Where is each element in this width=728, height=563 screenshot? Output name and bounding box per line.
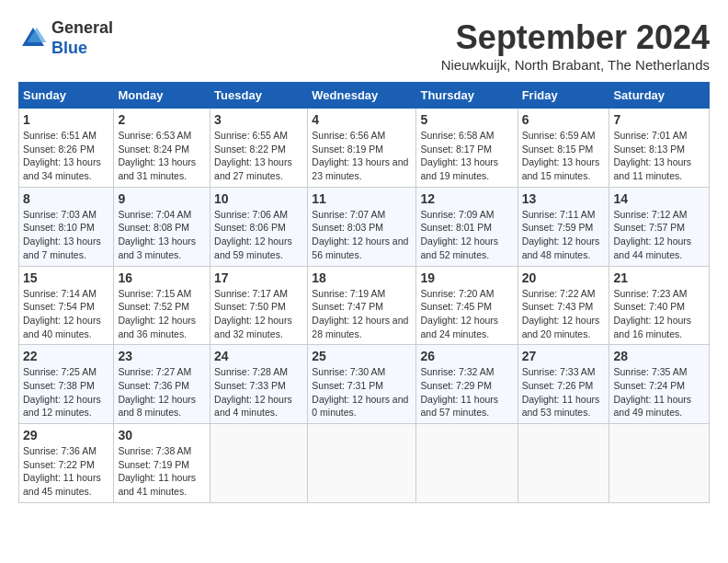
daylight-label: Daylight: 12 hours and 20 minutes. xyxy=(522,315,600,339)
day-number: 1 xyxy=(23,112,109,127)
calendar-day-cell xyxy=(210,424,308,503)
weekday-header-cell: Friday xyxy=(518,83,609,109)
day-info: Sunrise: 7:09 AM Sunset: 8:01 PM Dayligh… xyxy=(420,208,513,262)
calendar-day-cell: 28 Sunrise: 7:35 AM Sunset: 7:24 PM Dayl… xyxy=(609,345,710,424)
day-number: 27 xyxy=(522,349,606,363)
sunset-label: Sunset: 8:17 PM xyxy=(420,144,492,155)
calendar-day-cell: 15 Sunrise: 7:14 AM Sunset: 7:54 PM Dayl… xyxy=(19,266,114,345)
sunset-label: Sunset: 7:31 PM xyxy=(312,380,383,391)
calendar-day-cell: 16 Sunrise: 7:15 AM Sunset: 7:52 PM Dayl… xyxy=(114,266,210,345)
day-number: 6 xyxy=(522,112,606,127)
day-number: 12 xyxy=(420,191,513,206)
daylight-label: Daylight: 11 hours and 53 minutes. xyxy=(522,394,600,419)
sunrise-label: Sunrise: 7:23 AM xyxy=(613,288,687,299)
calendar-week-row: 15 Sunrise: 7:14 AM Sunset: 7:54 PM Dayl… xyxy=(19,266,710,345)
day-number: 7 xyxy=(613,112,705,127)
sunrise-label: Sunrise: 7:19 AM xyxy=(312,288,385,299)
sunrise-label: Sunrise: 6:55 AM xyxy=(214,130,288,141)
daylight-label: Daylight: 13 hours and 27 minutes. xyxy=(214,156,292,181)
weekday-header-cell: Sunday xyxy=(19,83,114,109)
day-info: Sunrise: 7:01 AM Sunset: 8:13 PM Dayligh… xyxy=(613,129,705,183)
day-number: 29 xyxy=(23,428,109,442)
day-number: 19 xyxy=(420,270,513,285)
day-info: Sunrise: 7:23 AM Sunset: 7:40 PM Dayligh… xyxy=(613,287,705,341)
daylight-label: Daylight: 11 hours and 49 minutes. xyxy=(613,394,691,419)
sunrise-label: Sunrise: 7:36 AM xyxy=(23,445,97,456)
daylight-label: Daylight: 12 hours and 0 minutes. xyxy=(312,394,408,419)
sunrise-label: Sunrise: 7:22 AM xyxy=(522,288,596,299)
sunset-label: Sunset: 7:54 PM xyxy=(23,301,95,312)
calendar-day-cell: 25 Sunrise: 7:30 AM Sunset: 7:31 PM Dayl… xyxy=(308,345,416,424)
day-number: 28 xyxy=(613,349,705,363)
calendar-day-cell: 12 Sunrise: 7:09 AM Sunset: 8:01 PM Dayl… xyxy=(416,187,518,266)
day-info: Sunrise: 7:28 AM Sunset: 7:33 PM Dayligh… xyxy=(214,365,303,419)
day-number: 4 xyxy=(312,112,412,127)
day-number: 13 xyxy=(522,191,606,206)
calendar-week-row: 22 Sunrise: 7:25 AM Sunset: 7:38 PM Dayl… xyxy=(19,345,710,424)
sunset-label: Sunset: 8:26 PM xyxy=(23,144,95,155)
daylight-label: Daylight: 13 hours and 34 minutes. xyxy=(23,156,101,181)
day-number: 16 xyxy=(118,270,206,285)
daylight-label: Daylight: 12 hours and 59 minutes. xyxy=(214,236,292,260)
calendar-day-cell: 24 Sunrise: 7:28 AM Sunset: 7:33 PM Dayl… xyxy=(210,345,308,424)
weekday-header-cell: Tuesday xyxy=(210,83,308,109)
sunset-label: Sunset: 7:26 PM xyxy=(522,380,594,391)
weekday-header-cell: Saturday xyxy=(609,83,710,109)
calendar-day-cell xyxy=(416,424,518,503)
calendar-day-cell: 26 Sunrise: 7:32 AM Sunset: 7:29 PM Dayl… xyxy=(416,345,518,424)
day-number: 14 xyxy=(613,191,705,206)
calendar-table: SundayMondayTuesdayWednesdayThursdayFrid… xyxy=(18,82,710,503)
calendar-day-cell: 21 Sunrise: 7:23 AM Sunset: 7:40 PM Dayl… xyxy=(609,266,710,345)
sunrise-label: Sunrise: 7:38 AM xyxy=(118,445,191,456)
calendar-day-cell: 23 Sunrise: 7:27 AM Sunset: 7:36 PM Dayl… xyxy=(114,345,210,424)
sunrise-label: Sunrise: 7:17 AM xyxy=(214,288,288,299)
day-number: 25 xyxy=(312,349,412,363)
daylight-label: Daylight: 13 hours and 7 minutes. xyxy=(23,236,101,260)
calendar-day-cell xyxy=(308,424,416,503)
day-number: 30 xyxy=(118,428,206,442)
sunset-label: Sunset: 8:13 PM xyxy=(613,144,685,155)
day-number: 17 xyxy=(214,270,303,285)
title-block: September 2024 Nieuwkuijk, North Brabant… xyxy=(441,18,710,73)
calendar-day-cell: 29 Sunrise: 7:36 AM Sunset: 7:22 PM Dayl… xyxy=(19,424,114,503)
sunrise-label: Sunrise: 7:14 AM xyxy=(23,288,97,299)
day-number: 8 xyxy=(23,191,109,206)
sunrise-label: Sunrise: 6:58 AM xyxy=(420,130,494,141)
day-number: 2 xyxy=(118,112,206,127)
sunrise-label: Sunrise: 7:25 AM xyxy=(23,366,97,377)
sunrise-label: Sunrise: 7:07 AM xyxy=(312,209,385,220)
weekday-header-row: SundayMondayTuesdayWednesdayThursdayFrid… xyxy=(19,83,710,109)
day-info: Sunrise: 6:58 AM Sunset: 8:17 PM Dayligh… xyxy=(420,129,513,183)
daylight-label: Daylight: 11 hours and 57 minutes. xyxy=(420,394,498,419)
calendar-day-cell: 17 Sunrise: 7:17 AM Sunset: 7:50 PM Dayl… xyxy=(210,266,308,345)
daylight-label: Daylight: 13 hours and 15 minutes. xyxy=(522,156,600,181)
sunset-label: Sunset: 8:08 PM xyxy=(118,222,189,233)
weekday-header-cell: Monday xyxy=(114,83,210,109)
day-number: 10 xyxy=(214,191,303,206)
daylight-label: Daylight: 12 hours and 8 minutes. xyxy=(118,394,196,419)
day-info: Sunrise: 7:22 AM Sunset: 7:43 PM Dayligh… xyxy=(522,287,606,341)
daylight-label: Daylight: 13 hours and 31 minutes. xyxy=(118,156,196,181)
calendar-day-cell: 1 Sunrise: 6:51 AM Sunset: 8:26 PM Dayli… xyxy=(19,109,114,188)
day-info: Sunrise: 6:56 AM Sunset: 8:19 PM Dayligh… xyxy=(312,129,412,183)
day-info: Sunrise: 7:14 AM Sunset: 7:54 PM Dayligh… xyxy=(23,287,109,341)
daylight-label: Daylight: 12 hours and 44 minutes. xyxy=(613,236,691,260)
sunrise-label: Sunrise: 7:04 AM xyxy=(118,209,191,220)
calendar-day-cell: 22 Sunrise: 7:25 AM Sunset: 7:38 PM Dayl… xyxy=(19,345,114,424)
day-number: 15 xyxy=(23,270,109,285)
sunset-label: Sunset: 8:03 PM xyxy=(312,222,383,233)
daylight-label: Daylight: 12 hours and 32 minutes. xyxy=(214,315,292,339)
sunrise-label: Sunrise: 7:11 AM xyxy=(522,209,596,220)
calendar-day-cell: 10 Sunrise: 7:06 AM Sunset: 8:06 PM Dayl… xyxy=(210,187,308,266)
sunset-label: Sunset: 8:19 PM xyxy=(312,144,383,155)
day-info: Sunrise: 7:15 AM Sunset: 7:52 PM Dayligh… xyxy=(118,287,206,341)
sunset-label: Sunset: 7:43 PM xyxy=(522,301,594,312)
sunrise-label: Sunrise: 7:03 AM xyxy=(23,209,97,220)
daylight-label: Daylight: 13 hours and 23 minutes. xyxy=(312,156,408,181)
daylight-label: Daylight: 12 hours and 4 minutes. xyxy=(214,394,292,419)
sunset-label: Sunset: 8:06 PM xyxy=(214,222,286,233)
sunset-label: Sunset: 7:19 PM xyxy=(118,459,189,470)
day-number: 21 xyxy=(613,270,705,285)
sunset-label: Sunset: 7:29 PM xyxy=(420,380,492,391)
sunrise-label: Sunrise: 7:28 AM xyxy=(214,366,288,377)
